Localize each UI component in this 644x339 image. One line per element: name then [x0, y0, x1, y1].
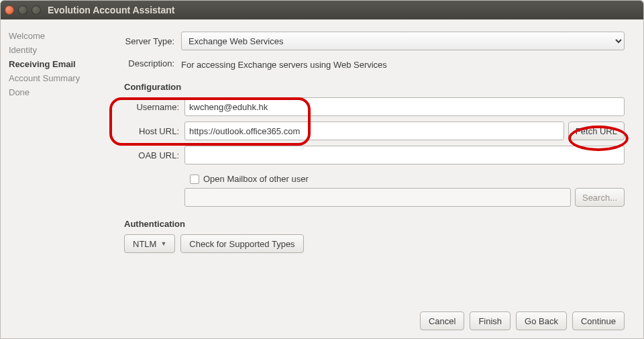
- minimize-icon[interactable]: [18, 5, 28, 15]
- goback-button[interactable]: Go Back: [516, 311, 567, 330]
- sidebar-item-identity[interactable]: Identity: [9, 43, 107, 57]
- description-text: For accessing Exchange servers using Web…: [181, 57, 387, 70]
- fetch-url-button[interactable]: Fetch URL: [568, 122, 625, 140]
- window-controls: [5, 5, 41, 15]
- continue-button[interactable]: Continue: [572, 311, 625, 330]
- step-sidebar: Welcome Identity Receiving Email Account…: [1, 19, 115, 338]
- server-type-select[interactable]: Exchange Web Services: [181, 32, 625, 50]
- open-mailbox-checkbox[interactable]: [190, 175, 199, 184]
- configuration-heading: Configuration: [124, 82, 625, 92]
- other-user-input[interactable]: [184, 188, 571, 207]
- authentication-heading: Authentication: [124, 219, 625, 229]
- main-panel: Server Type: Exchange Web Services Descr…: [115, 19, 643, 338]
- hosturl-input[interactable]: [184, 122, 564, 140]
- auth-method-value: NTLM: [133, 239, 156, 249]
- close-icon[interactable]: [5, 5, 14, 15]
- auth-method-dropdown[interactable]: NTLM ▼: [124, 234, 175, 253]
- footer-buttons: Cancel Finish Go Back Continue: [124, 298, 625, 330]
- open-mailbox-label: Open Mailbox of other user: [203, 174, 309, 184]
- oaburl-label: OAB URL:: [124, 150, 184, 160]
- finish-button[interactable]: Finish: [470, 311, 511, 330]
- search-button[interactable]: Search...: [575, 188, 625, 207]
- assistant-window: Evolution Account Assistant Welcome Iden…: [0, 0, 644, 339]
- window-title: Evolution Account Assistant: [48, 5, 175, 15]
- maximize-icon[interactable]: [32, 5, 41, 15]
- check-supported-types-button[interactable]: Check for Supported Types: [180, 234, 303, 253]
- sidebar-item-welcome[interactable]: Welcome: [9, 29, 107, 43]
- sidebar-item-done[interactable]: Done: [9, 85, 107, 99]
- sidebar-item-account-summary[interactable]: Account Summary: [9, 71, 107, 85]
- oaburl-input[interactable]: [184, 146, 625, 164]
- sidebar-item-receiving-email[interactable]: Receiving Email: [9, 57, 107, 71]
- cancel-button[interactable]: Cancel: [420, 311, 464, 330]
- server-type-label: Server Type:: [124, 36, 181, 46]
- chevron-down-icon: ▼: [160, 240, 166, 247]
- description-label: Description:: [124, 58, 181, 68]
- titlebar: Evolution Account Assistant: [1, 1, 643, 19]
- username-input[interactable]: [184, 97, 625, 116]
- username-label: Username:: [124, 102, 184, 112]
- hosturl-label: Host URL:: [124, 126, 184, 136]
